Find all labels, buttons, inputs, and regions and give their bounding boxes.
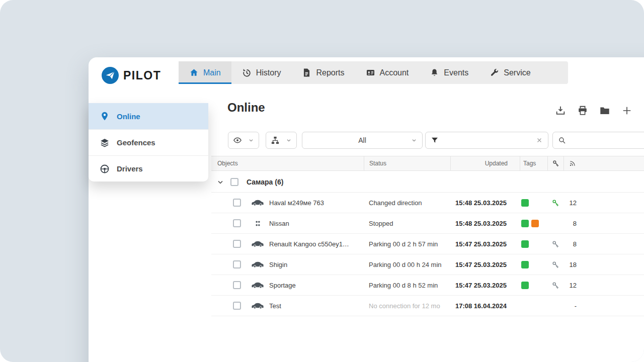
search-input-wrap	[552, 132, 644, 149]
table-row[interactable]: Nissan Stopped 15:48 25.03.2025 8	[211, 213, 644, 234]
table-header: Objects Status Updated Tags	[211, 156, 644, 171]
funnel-icon	[431, 136, 439, 144]
group-checkbox[interactable]	[230, 178, 238, 186]
brand-logo: PILOT	[102, 67, 161, 84]
object-updated: 15:47 25.03.2025	[450, 240, 520, 248]
object-status: Changed direction	[364, 199, 450, 207]
sidebar-item-label: Geofences	[117, 138, 155, 147]
object-updated: 15:48 25.03.2025	[450, 199, 520, 207]
map-pin-icon	[100, 111, 110, 121]
download-icon[interactable]	[555, 105, 566, 116]
object-status: Parking 00 d 8 h 52 min	[364, 282, 450, 289]
object-cell: Shigin	[211, 260, 364, 268]
satellite-count: 8	[564, 220, 577, 227]
tag-green	[521, 240, 529, 248]
satellite-count: 8	[564, 240, 577, 248]
column-satellites[interactable]	[564, 156, 581, 170]
satellites-icon	[569, 160, 576, 167]
ignition-cell	[547, 282, 564, 289]
object-updated: 15:47 25.03.2025	[450, 282, 520, 289]
object-name: Sportage	[269, 282, 296, 289]
ignition-cell	[547, 261, 564, 268]
sidebar-item-drivers[interactable]: Drivers	[89, 155, 208, 182]
object-tags	[520, 220, 547, 227]
table-row[interactable]: Sportage Parking 00 d 8 h 52 min 15:47 2…	[211, 275, 644, 296]
folder-icon[interactable]	[599, 105, 610, 116]
tree-icon	[271, 136, 280, 145]
clear-filter-icon[interactable]	[536, 137, 543, 144]
sidebar-item-geofences[interactable]: Geofences	[89, 129, 208, 155]
key-icon	[552, 240, 559, 248]
search-input[interactable]	[566, 136, 644, 144]
satellite-count: -	[564, 302, 577, 310]
object-tags	[520, 261, 547, 268]
toolbar	[555, 105, 644, 116]
row-checkbox[interactable]	[233, 219, 241, 227]
column-tags[interactable]: Tags	[520, 156, 547, 170]
search-icon	[558, 136, 566, 144]
object-rows: Haval м249ме 763 Changed direction 15:48…	[211, 193, 644, 316]
row-checkbox[interactable]	[233, 199, 241, 207]
visibility-filter-button[interactable]	[228, 132, 259, 149]
layers-icon	[100, 138, 110, 148]
column-updated[interactable]: Updated	[450, 156, 520, 170]
app-background: PILOT Main History Reports Account E	[0, 0, 644, 362]
print-icon[interactable]	[577, 105, 588, 116]
object-cell: Sportage	[211, 281, 364, 289]
vehicle-icon	[251, 220, 264, 227]
sidebar-item-online[interactable]: Online	[89, 103, 208, 129]
satellite-count: 12	[564, 199, 577, 207]
main-content: Online All	[211, 57, 644, 362]
row-checkbox[interactable]	[233, 240, 241, 248]
ignition-cell	[547, 199, 564, 207]
sidebar-item-label: Online	[117, 112, 140, 121]
object-cell: Test	[211, 302, 364, 310]
object-tags	[520, 282, 547, 289]
grouping-button[interactable]	[266, 132, 297, 149]
row-checkbox[interactable]	[233, 281, 241, 289]
key-icon	[552, 282, 559, 289]
add-icon[interactable]	[621, 105, 632, 116]
tag-green	[521, 220, 529, 227]
column-objects[interactable]: Objects	[211, 156, 364, 170]
chevron-down-icon	[411, 137, 417, 143]
vehicle-icon	[251, 199, 264, 206]
object-updated: 17:08 16.04.2024	[450, 302, 520, 310]
row-checkbox[interactable]	[233, 302, 241, 310]
tag-green	[521, 261, 529, 268]
column-ignition[interactable]	[547, 156, 564, 170]
filter-input[interactable]	[439, 136, 536, 144]
filter-input-wrap	[425, 132, 548, 149]
object-name: Shigin	[269, 261, 287, 268]
table-row[interactable]: Renault Kangoo c550еу1… Parking 00 d 2 h…	[211, 234, 644, 254]
vehicle-icon	[251, 302, 264, 309]
column-status[interactable]: Status	[364, 156, 450, 170]
object-tags	[520, 240, 547, 248]
object-updated: 15:48 25.03.2025	[450, 220, 520, 227]
object-name: Test	[269, 302, 281, 310]
steering-wheel-icon	[100, 164, 110, 174]
brand-logo-icon	[102, 67, 119, 84]
page-title: Online	[227, 101, 265, 115]
object-name: Haval м249ме 763	[269, 199, 324, 207]
object-status: No connection for 12 mo	[364, 302, 450, 310]
table-row[interactable]: Test No connection for 12 mo 17:08 16.04…	[211, 296, 644, 316]
chevron-down-icon	[286, 137, 292, 143]
table-row[interactable]: Haval м249ме 763 Changed direction 15:48…	[211, 193, 644, 213]
table-row[interactable]: Shigin Parking 00 d 00 h 24 min 15:47 25…	[211, 254, 644, 275]
group-select[interactable]: All	[302, 132, 423, 149]
collapse-chevron-icon[interactable]	[216, 178, 224, 186]
chevron-down-icon	[248, 137, 254, 143]
eye-icon	[233, 136, 242, 145]
object-cell: Nissan	[211, 219, 364, 227]
object-cell: Renault Kangoo c550еу1…	[211, 240, 364, 248]
object-status: Stopped	[364, 220, 450, 227]
satellite-count: 12	[564, 282, 577, 289]
group-row[interactable]: Самара (6)	[211, 171, 644, 193]
object-status: Parking 00 d 2 h 57 min	[364, 240, 450, 248]
object-cell: Haval м249ме 763	[211, 199, 364, 207]
sidebar: Online Geofences Drivers	[89, 103, 208, 182]
home-icon	[189, 68, 199, 77]
row-checkbox[interactable]	[233, 260, 241, 268]
app-window: PILOT Main History Reports Account E	[89, 57, 644, 362]
